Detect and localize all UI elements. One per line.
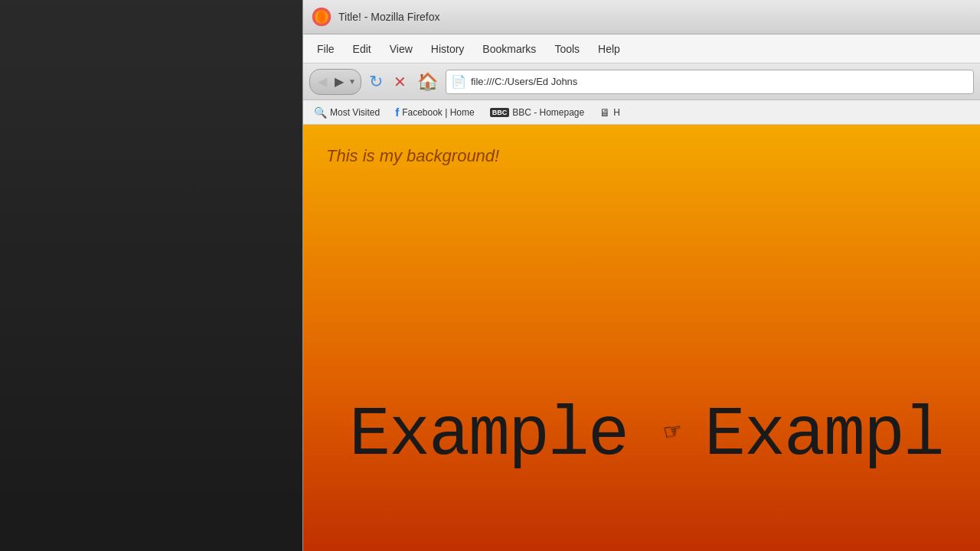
facebook-icon: f [395,106,399,119]
bbc-label: BBC - Homepage [512,107,584,118]
bookmark-extra[interactable]: 🖥 H [595,105,625,120]
bookmarks-bar: 🔍 Most Visited f Facebook | Home BBC BBC… [303,100,980,125]
facebook-label: Facebook | Home [402,107,475,118]
page-content: This is my background! Example Exampl ☞ [303,125,980,551]
extra-label: H [613,107,620,118]
home-button[interactable]: 🏠 [414,69,441,95]
background-text: This is my background! [326,146,499,166]
most-visited-label: Most Visited [330,107,380,118]
firefox-window: Title! - Mozilla Firefox File Edit View … [302,0,980,551]
address-page-icon: 📄 [451,74,466,89]
forward-button[interactable]: ▶ [332,73,347,90]
example-container: Example Exampl [303,396,980,474]
most-visited-icon: 🔍 [314,106,327,119]
example-text-1: Example [349,396,628,474]
menu-bookmarks[interactable]: Bookmarks [475,40,544,58]
menu-history[interactable]: History [423,40,472,58]
refresh-button[interactable]: ↻ [366,69,386,95]
left-panel [0,0,302,551]
window-title: Title! - Mozilla Firefox [338,11,440,23]
hdd-icon: 🖥 [599,106,610,119]
address-bar[interactable]: 📄 file:///C:/Users/Ed Johns [446,70,974,94]
menu-tools[interactable]: Tools [547,40,587,58]
nav-button-group: ◀ ▶ ▼ [309,69,361,95]
toolbar: ◀ ▶ ▼ ↻ ✕ 🏠 📄 file:///C:/Users/Ed Johns [303,64,980,100]
address-text: file:///C:/Users/Ed Johns [471,76,969,87]
menu-help[interactable]: Help [590,40,628,58]
menu-view[interactable]: View [382,40,420,58]
menu-file[interactable]: File [309,40,342,58]
bookmark-facebook[interactable]: f Facebook | Home [390,104,479,120]
menu-bar: File Edit View History Bookmarks Tools H… [303,34,980,64]
menu-edit[interactable]: Edit [345,40,379,58]
title-bar: Title! - Mozilla Firefox [303,0,980,34]
bookmark-bbc[interactable]: BBC BBC - Homepage [485,106,590,119]
nav-dropdown-button[interactable]: ▼ [348,77,356,86]
bbc-badge-icon: BBC [490,108,510,117]
firefox-logo-icon [311,6,332,28]
stop-button[interactable]: ✕ [390,70,410,94]
bookmark-most-visited[interactable]: 🔍 Most Visited [309,105,384,120]
taskbar-area [0,0,302,551]
back-button[interactable]: ◀ [315,73,330,90]
example-text-2: Exampl [704,396,943,474]
